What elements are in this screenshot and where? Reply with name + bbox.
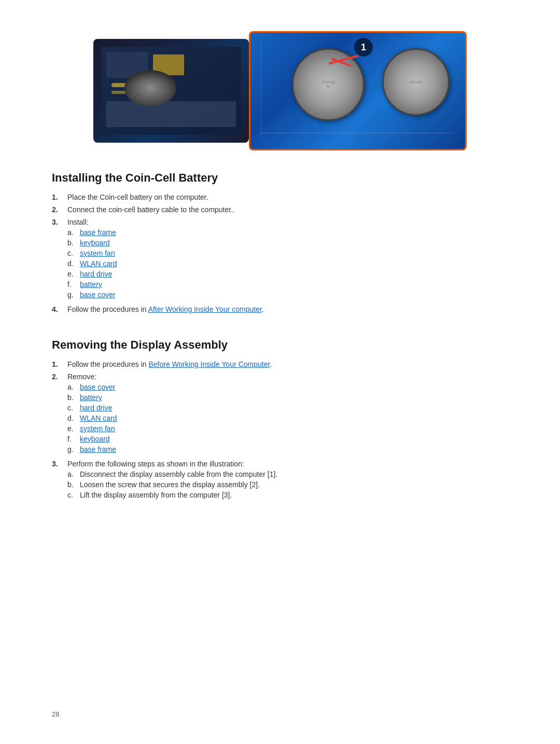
link-before-working[interactable]: Before Working Inside Your Computer [148, 360, 270, 368]
section1-step4: 4. Follow the procedures in After Workin… [52, 305, 508, 313]
image-container: CR2032 3V CR2032 1 [93, 31, 467, 150]
step-text: Connect the coin-cell battery cable to t… [67, 205, 508, 214]
sublist-item-c: c.hard drive [67, 404, 508, 412]
sublist-item-a: a.base cover [67, 383, 508, 391]
link-battery[interactable]: battery [80, 280, 102, 288]
link-base-frame-2[interactable]: base frame [80, 445, 116, 453]
sublist-item-c: c.Lift the display assembly from the com… [67, 491, 508, 499]
section2-title: Removing the Display Assembly [52, 338, 508, 352]
step-content: Remove: a.base cover b.battery c.hard dr… [67, 373, 508, 456]
section2-step3: 3. Perform the following steps as shown … [52, 460, 508, 501]
step-text-suffix: . [270, 360, 272, 368]
sublist-item-g: g.base frame [67, 445, 508, 453]
sublist-item-e: e.system fan [67, 424, 508, 433]
step-text-suffix: . [262, 305, 264, 313]
section1-list: 1. Place the Coin-cell battery on the co… [52, 193, 508, 313]
laptop-image [93, 39, 249, 143]
link-after-working[interactable]: After Working Inside Your computer [148, 305, 262, 313]
install-sublist: a.base frame b.keyboard c.system fan d.W… [67, 228, 508, 299]
section1-step2: 2. Connect the coin-cell battery cable t… [52, 205, 508, 214]
page-number: 28 [52, 710, 59, 718]
sublist-item-b: b.keyboard [67, 239, 508, 247]
link-battery-2[interactable]: battery [80, 393, 102, 402]
step-num: 3. [52, 218, 67, 226]
sublist-item-b: b.Loosen the screw that secures the disp… [67, 480, 508, 489]
step-number-badge: 1 [354, 38, 373, 57]
step-content: Perform the following steps as shown in … [67, 460, 508, 501]
link-wlan-card[interactable]: WLAN card [80, 259, 117, 268]
remove-sublist: a.base cover b.battery c.hard drive d.WL… [67, 383, 508, 453]
sublist-item-f: f.battery [67, 280, 508, 288]
section2-step1: 1. Follow the procedures in Before Worki… [52, 360, 508, 368]
link-hard-drive-2[interactable]: hard drive [80, 404, 112, 412]
page: CR2032 3V CR2032 1 Installing the Coin-C… [0, 0, 560, 744]
link-base-frame[interactable]: base frame [80, 228, 116, 237]
link-base-cover-2[interactable]: base cover [80, 383, 115, 391]
step-content: Follow the procedures in After Working I… [67, 305, 508, 313]
step-content: Install: a.base frame b.keyboard c.syste… [67, 218, 508, 301]
section1-step3: 3. Install: a.base frame b.keyboard c.sy… [52, 218, 508, 301]
step-num: 2. [52, 205, 67, 214]
step-text-prefix: Follow the procedures in [67, 305, 148, 313]
link-hard-drive[interactable]: hard drive [80, 270, 112, 278]
link-system-fan-2[interactable]: system fan [80, 424, 115, 433]
sublist-item-g: g.base cover [67, 291, 508, 299]
link-wlan-card-2[interactable]: WLAN card [80, 414, 117, 422]
sublist-item-d: d.WLAN card [67, 259, 508, 268]
step-num: 2. [52, 373, 67, 381]
sub-item-text: Lift the display assembly from the compu… [80, 491, 232, 499]
step-num: 4. [52, 305, 67, 313]
link-system-fan[interactable]: system fan [80, 249, 115, 257]
coin-left: CR2032 3V [292, 48, 365, 121]
link-keyboard-2[interactable]: keyboard [80, 435, 110, 443]
step-num: 1. [52, 193, 67, 201]
sub-item-text: Loosen the screw that secures the displa… [80, 480, 260, 489]
step-num: 3. [52, 460, 67, 468]
step-text: Place the Coin-cell battery on the compu… [67, 193, 508, 201]
section1-title: Installing the Coin-Cell Battery [52, 171, 508, 185]
sublist-item-f: f.keyboard [67, 435, 508, 443]
section1-step1: 1. Place the Coin-cell battery on the co… [52, 193, 508, 201]
step-text: Perform the following steps as shown in … [67, 460, 244, 468]
section2-step2: 2. Remove: a.base cover b.battery c.hard… [52, 373, 508, 456]
step-content: Follow the procedures in Before Working … [67, 360, 508, 368]
link-base-cover[interactable]: base cover [80, 291, 115, 299]
image-section: CR2032 3V CR2032 1 [52, 31, 508, 150]
sublist-item-a: a.Disconnect the display assembly cable … [67, 470, 508, 478]
section2-list: 1. Follow the procedures in Before Worki… [52, 360, 508, 501]
sublist-item-e: e.hard drive [67, 270, 508, 278]
coin-right: CR2032 [382, 48, 450, 116]
step-text-prefix: Follow the procedures in [67, 360, 148, 368]
perform-sublist: a.Disconnect the display assembly cable … [67, 470, 508, 499]
step-num: 1. [52, 360, 67, 368]
sublist-item-b: b.battery [67, 393, 508, 402]
step-text: Remove: [67, 373, 96, 381]
coin-cell-image: CR2032 3V CR2032 1 [249, 31, 467, 150]
sublist-item-a: a.base frame [67, 228, 508, 237]
sublist-item-c: c.system fan [67, 249, 508, 257]
step-text: Install: [67, 218, 88, 226]
link-keyboard[interactable]: keyboard [80, 239, 110, 247]
sublist-item-d: d.WLAN card [67, 414, 508, 422]
sub-item-text: Disconnect the display assembly cable fr… [80, 470, 277, 478]
